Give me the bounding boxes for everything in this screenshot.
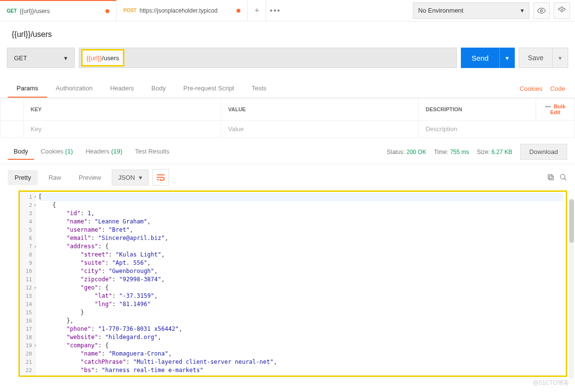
tab-method: POST [123,8,136,13]
col-desc: DESCRIPTION [419,99,536,120]
request-subtabs: Params Authorization Headers Body Pre-re… [0,80,575,98]
resp-tab-tests[interactable]: Test Results [129,144,175,160]
resp-tab-headers[interactable]: Headers (19) [80,144,128,160]
subtab-params[interactable]: Params [8,80,47,98]
save-dropdown[interactable]: ▾ [553,48,568,68]
time-value: 755 ms [450,149,469,155]
search-icon [559,173,567,181]
url-path: /users [102,54,119,62]
params-table: KEY VALUE DESCRIPTION ••• Bulk Edit [0,98,575,138]
response-tabs: Body Cookies (1) Headers (19) Test Resul… [8,144,175,160]
format-label: JSON [118,174,135,181]
chevron-down-icon: ▾ [64,54,68,62]
save-group: Save ▾ [519,48,568,68]
svg-point-4 [560,174,565,179]
params-header-row: KEY VALUE DESCRIPTION ••• Bulk Edit [0,99,575,120]
svg-rect-3 [548,175,552,179]
chevron-down-icon: ▾ [139,174,142,181]
svg-point-1 [561,9,563,12]
view-preview[interactable]: Preview [72,170,108,185]
copy-button[interactable] [547,173,555,181]
request-name: {{url}}/users [0,21,575,44]
environment-select[interactable]: No Environment ▾ [413,2,529,19]
unsaved-dot-icon [105,9,109,13]
params-row-new [0,120,575,138]
status-label: Status: [387,149,405,155]
send-group: Send ▾ [461,48,515,68]
tab-0[interactable]: GET {{url}}/users [0,0,117,21]
status-value: 200 OK [406,149,426,155]
subtab-tests[interactable]: Tests [243,80,275,98]
response-controls: Pretty Raw Preview JSON ▾ [0,164,575,190]
top-bar: GET {{url}}/users POST https://jsonplace… [0,0,575,21]
param-value-input[interactable] [228,125,412,133]
size-label: Size: [477,149,490,155]
param-desc-input[interactable] [425,125,568,133]
subtab-authorization[interactable]: Authorization [47,80,101,98]
tab-title: https://jsonplaceholder.typicod [139,7,233,14]
view-pretty[interactable]: Pretty [8,170,38,185]
param-key-input[interactable] [31,125,214,133]
col-actions: ••• Bulk Edit [536,99,575,120]
tab-options-button[interactable]: ••• [266,0,285,21]
svg-rect-2 [549,176,553,180]
download-button[interactable]: Download [520,144,567,160]
tab-1[interactable]: POST https://jsonplaceholder.typicod [117,0,248,21]
subtab-headers[interactable]: Headers [101,80,143,98]
subtab-prerequest[interactable]: Pre-request Script [174,80,243,98]
method-select[interactable]: GET ▾ [7,48,75,68]
code-body: [ { "id": 1, "name": "Leanne Graham", "u… [35,192,566,375]
response-body-editor[interactable]: 12345678910111213141516171819202122 [ { … [18,190,567,377]
svg-point-0 [541,9,543,12]
subtab-body[interactable]: Body [143,80,175,98]
wrap-lines-button[interactable] [152,169,169,186]
gear-icon [558,6,566,15]
environment-label: No Environment [418,7,463,14]
view-raw[interactable]: Raw [42,170,68,185]
bulk-edit-link[interactable]: Bulk Edit [550,103,565,115]
eye-icon [537,6,546,15]
preview-env-button[interactable] [533,2,550,19]
response-header: Body Cookies (1) Headers (19) Test Resul… [0,138,575,160]
code-link[interactable]: Code [550,85,565,92]
send-button[interactable]: Send [461,48,499,68]
tab-method: GET [7,8,17,14]
resp-tab-body[interactable]: Body [8,144,34,160]
scrollbar[interactable] [569,199,574,379]
send-dropdown[interactable]: ▾ [499,48,515,68]
url-highlight: {{url}}/users [81,49,124,67]
new-tab-button[interactable]: ＋ [248,0,266,21]
time-label: Time: [434,149,449,155]
line-gutter: 12345678910111213141516171819202122 [20,192,35,375]
wrap-icon [156,174,165,181]
search-response-button[interactable] [559,173,567,181]
cookies-link[interactable]: Cookies [520,85,542,92]
resp-tab-cookies[interactable]: Cookies (1) [35,144,79,160]
response-meta: Status: 200 OK Time: 755 ms Size: 6.27 K… [387,144,567,160]
watermark: @51CTO博客 [533,379,569,387]
request-url-row: GET ▾ {{url}}/users Send ▾ Save ▾ [0,44,575,72]
scrollbar-thumb[interactable] [569,199,574,243]
format-select[interactable]: JSON ▾ [112,170,149,186]
url-input[interactable]: {{url}}/users [79,48,457,68]
svg-line-5 [564,178,566,180]
col-key: KEY [24,99,221,120]
size-value: 6.27 KB [491,149,512,155]
tab-title: {{url}}/users [20,8,101,15]
copy-icon [547,173,555,181]
col-value: VALUE [221,99,419,120]
env-area: No Environment ▾ [408,0,575,21]
save-button[interactable]: Save [519,48,553,68]
request-tabs: GET {{url}}/users POST https://jsonplace… [0,0,408,21]
method-label: GET [14,54,27,62]
chevron-down-icon: ▾ [521,7,524,14]
unsaved-dot-icon [237,9,240,13]
settings-button[interactable] [554,2,570,19]
url-variable: {{url}} [86,54,102,62]
